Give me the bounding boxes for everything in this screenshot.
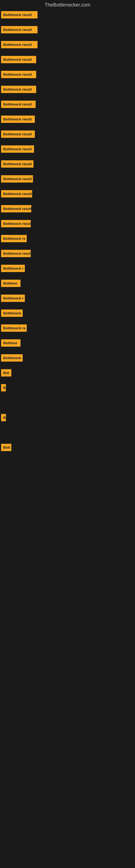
list-item: Bottleneck bbox=[0, 308, 135, 323]
list-item: Bot bbox=[0, 368, 135, 383]
list-item bbox=[0, 428, 135, 443]
list-item bbox=[0, 472, 135, 488]
list-item: Bottleneck result bbox=[0, 249, 135, 264]
list-item: Bottleneck result bbox=[0, 115, 135, 129]
bottleneck-result-badge[interactable]: Bottleneck result bbox=[1, 11, 38, 19]
bottleneck-result-badge[interactable]: Bottleneck result bbox=[1, 86, 36, 93]
list-item: Bottleneck result bbox=[0, 25, 135, 40]
bottleneck-result-badge[interactable]: Bottleneck result bbox=[1, 41, 38, 48]
bottleneck-result-badge[interactable]: Bottleneck result bbox=[1, 145, 34, 153]
list-item bbox=[0, 488, 135, 502]
list-item: Bottleneck result bbox=[0, 204, 135, 219]
list-item bbox=[0, 398, 135, 413]
bottleneck-result-badge[interactable]: Bott bbox=[1, 444, 11, 451]
list-item: Bottleneck result bbox=[0, 189, 135, 204]
list-item: Bottleneck result bbox=[0, 174, 135, 189]
list-item: Bott bbox=[0, 443, 135, 458]
list-item: Bottleneck bbox=[0, 353, 135, 368]
list-item: B bbox=[0, 383, 135, 398]
bottleneck-result-badge[interactable]: Bottleneck bbox=[1, 354, 23, 362]
bottleneck-result-badge[interactable]: Bottlene bbox=[1, 339, 20, 347]
site-title: TheBottlenecker.com bbox=[0, 0, 135, 10]
list-item: Bottleneck result bbox=[0, 70, 135, 85]
bottleneck-result-badge[interactable]: Bottleneck result bbox=[1, 190, 32, 197]
bottleneck-result-badge[interactable]: Bottleneck result bbox=[1, 175, 33, 183]
list-item: Bottleneck re bbox=[0, 234, 135, 249]
bottleneck-result-badge[interactable]: Bottleneck result bbox=[1, 205, 31, 212]
list-item: Bottleneck result bbox=[0, 129, 135, 144]
list-item bbox=[0, 502, 135, 517]
bottleneck-result-badge[interactable]: Bottleneck result bbox=[1, 71, 36, 78]
list-item: Bottleneck re bbox=[0, 323, 135, 338]
list-item: Bottleneck result bbox=[0, 85, 135, 99]
list-item: Bottlene bbox=[0, 279, 135, 293]
bottleneck-result-badge[interactable]: Bottleneck result bbox=[1, 56, 36, 63]
bottleneck-result-badge[interactable]: B bbox=[1, 414, 6, 421]
bottleneck-result-badge[interactable]: Bottleneck re bbox=[1, 235, 27, 242]
bottleneck-result-badge[interactable]: Bottleneck result bbox=[1, 250, 31, 257]
list-item: Bottleneck result bbox=[0, 219, 135, 234]
bottleneck-result-badge[interactable]: Bottleneck result bbox=[1, 160, 34, 167]
list-item: Bottleneck r bbox=[0, 264, 135, 279]
bottleneck-result-badge[interactable]: Bottleneck result bbox=[1, 116, 35, 123]
bottleneck-result-badge[interactable]: Bottleneck r bbox=[1, 265, 25, 272]
list-item: B bbox=[0, 413, 135, 428]
list-item: Bottleneck result bbox=[0, 159, 135, 174]
list-item bbox=[0, 517, 135, 532]
bottleneck-result-badge[interactable]: Bottleneck result bbox=[1, 101, 36, 108]
bottleneck-result-badge[interactable]: Bottleneck result bbox=[1, 130, 35, 138]
bottleneck-result-badge[interactable]: Bottleneck re bbox=[1, 324, 27, 332]
bottleneck-result-badge[interactable]: B bbox=[1, 384, 6, 392]
list-item: Bottleneck result bbox=[0, 10, 135, 25]
list-item: Bottleneck result bbox=[0, 144, 135, 159]
bottleneck-result-badge[interactable]: Bot bbox=[1, 369, 11, 376]
bottleneck-result-badge[interactable]: Bottleneck result bbox=[1, 220, 31, 227]
bottleneck-result-badge[interactable]: Bottleneck result bbox=[1, 26, 38, 33]
list-item bbox=[0, 532, 135, 547]
list-item: Bottleneck result bbox=[0, 99, 135, 115]
list-item: Bottleneck result bbox=[0, 55, 135, 70]
list-item: Bottlene bbox=[0, 338, 135, 353]
bottleneck-result-badge[interactable]: Bottleneck bbox=[1, 310, 23, 317]
bottleneck-result-badge[interactable]: Bottlene bbox=[1, 280, 20, 287]
list-item bbox=[0, 458, 135, 472]
bottleneck-result-badge[interactable]: Bottleneck r bbox=[1, 294, 25, 302]
list-item: Bottleneck r bbox=[0, 293, 135, 308]
list-item: Bottleneck result bbox=[0, 40, 135, 55]
